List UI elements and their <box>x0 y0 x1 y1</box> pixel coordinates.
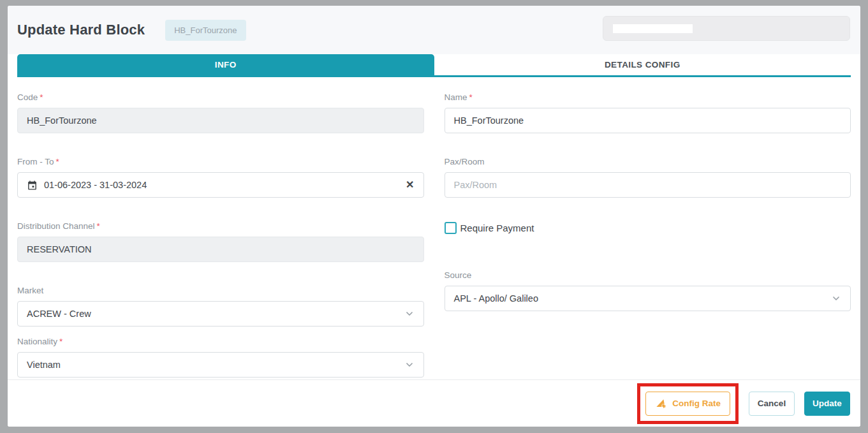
source-label: Source <box>445 270 851 280</box>
record-code-badge: HB_ForTourzone <box>165 20 246 41</box>
code-field <box>17 108 424 133</box>
chevron-down-icon[interactable] <box>404 309 415 319</box>
nationality-select[interactable]: Vietnam <box>17 352 424 378</box>
calendar-icon[interactable] <box>27 180 38 191</box>
nationality-group: Nationality* Vietnam <box>17 337 424 378</box>
from-to-label: From - To* <box>17 157 424 166</box>
chevron-down-icon[interactable] <box>404 360 415 370</box>
require-payment-label: Require Payment <box>460 223 534 233</box>
code-group: Code* <box>17 92 424 133</box>
name-group: Name* <box>445 92 851 133</box>
from-to-group: From - To* 01-06-2023 - 31-03-2024 ✕ <box>17 157 424 198</box>
tab-bar: INFO DETAILS CONFIG <box>17 54 851 77</box>
update-button[interactable]: Update <box>804 392 850 416</box>
distribution-channel-field <box>17 237 424 262</box>
source-value: APL - Apollo/ Galileo <box>454 293 832 304</box>
source-group: Source APL - Apollo/ Galileo <box>445 270 851 311</box>
pax-room-group: Pax/Room <box>445 157 851 198</box>
redacted-info-box <box>603 16 850 41</box>
name-label: Name* <box>445 92 851 102</box>
market-group: Market ACREW - Crew <box>17 286 424 327</box>
page-title: Update Hard Block <box>17 22 145 38</box>
distribution-channel-group: Distribution Channel* <box>17 221 424 262</box>
nationality-value: Vietnam <box>27 360 404 370</box>
form-left-column: Code* From - To* 01-06-2023 - 31-03-2024… <box>17 92 424 401</box>
pax-room-label: Pax/Room <box>445 157 851 166</box>
require-payment-checkbox[interactable] <box>445 222 457 234</box>
date-range-value: 01-06-2023 - 31-03-2024 <box>44 180 406 190</box>
required-asterisk: * <box>40 92 43 102</box>
required-asterisk: * <box>59 337 63 346</box>
source-select[interactable]: APL - Apollo/ Galileo <box>445 286 851 311</box>
code-label: Code* <box>17 92 424 102</box>
chevron-down-icon[interactable] <box>831 293 841 304</box>
pax-room-field[interactable] <box>445 172 851 198</box>
update-hard-block-dialog: Update Hard Block HB_ForTourzone INFO DE… <box>8 6 860 427</box>
config-rate-button[interactable]: Config Rate <box>645 392 730 416</box>
nationality-label: Nationality* <box>17 337 424 346</box>
required-asterisk: * <box>56 157 59 166</box>
date-range-field[interactable]: 01-06-2023 - 31-03-2024 ✕ <box>17 172 424 198</box>
require-payment-group: Require Payment <box>445 221 851 234</box>
info-form: Code* From - To* 01-06-2023 - 31-03-2024… <box>8 77 860 401</box>
red-highlight-annotation: Config Rate <box>637 383 739 424</box>
dialog-header: Update Hard Block HB_ForTourzone <box>8 6 860 54</box>
tab-details-config[interactable]: DETAILS CONFIG <box>434 54 851 75</box>
cancel-button[interactable]: Cancel <box>749 392 795 416</box>
distribution-channel-label: Distribution Channel* <box>17 221 424 231</box>
rate-config-icon <box>655 397 667 409</box>
config-rate-label: Config Rate <box>672 399 721 408</box>
redaction-bar <box>613 24 693 33</box>
clear-date-icon[interactable]: ✕ <box>406 180 414 190</box>
dialog-footer: Config Rate Cancel Update <box>8 379 860 427</box>
tab-info[interactable]: INFO <box>17 54 434 75</box>
market-label: Market <box>17 286 424 295</box>
form-right-column: Name* Pax/Room Require Payment Source AP… <box>445 92 851 401</box>
required-asterisk: * <box>97 221 100 231</box>
required-asterisk: * <box>469 92 473 102</box>
name-field[interactable] <box>445 108 851 133</box>
market-value: ACREW - Crew <box>27 309 404 319</box>
market-select[interactable]: ACREW - Crew <box>17 301 424 327</box>
